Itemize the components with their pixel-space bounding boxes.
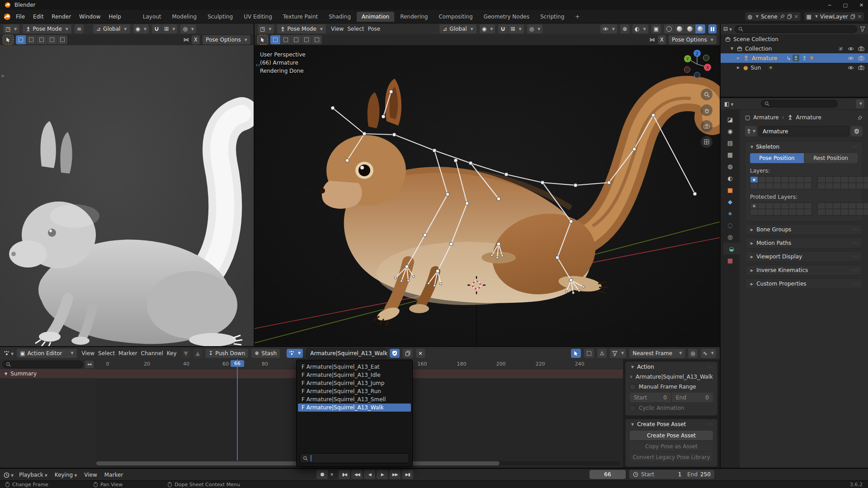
workspace-tab[interactable]: UV Editing xyxy=(239,12,277,22)
layer-cell[interactable] xyxy=(750,177,758,183)
x-mirror-icon[interactable]: ⋈ xyxy=(184,37,189,43)
editor-type-icon[interactable]: ▼ xyxy=(4,350,14,357)
view-layer-selector[interactable]: ▦▼ ViewLayer xyxy=(804,12,864,21)
panel-grip[interactable]: ∷∷ xyxy=(853,254,859,259)
layer-cell[interactable] xyxy=(864,209,868,215)
layer-cell[interactable] xyxy=(849,203,856,209)
filter-button[interactable]: ▼ xyxy=(610,349,626,358)
transport-button[interactable]: ◀◀ xyxy=(351,470,363,479)
panel-grip[interactable]: ∷∷ xyxy=(707,422,713,427)
transport-button[interactable]: ▮◀ xyxy=(339,470,350,479)
pause-render-button[interactable] xyxy=(708,24,717,33)
pose-options-dropdown[interactable]: Pose Options▼ xyxy=(203,35,250,44)
move-channel-up-button[interactable]: ▲ xyxy=(193,349,202,358)
layer-cell[interactable] xyxy=(841,177,848,183)
layer-cell[interactable] xyxy=(789,183,796,189)
layer-cell[interactable] xyxy=(826,203,833,209)
push-down-button[interactable]: ↧ Push Down xyxy=(205,349,248,358)
snap-settings[interactable]: ⊞▼ xyxy=(162,24,177,33)
pose-asset-button[interactable]: Create Pose Asset xyxy=(630,431,713,440)
manual-frame-range-row[interactable]: Manual Frame Range xyxy=(626,382,717,392)
action-popup-item[interactable]: F Armature|Squirrel_A13_Idle xyxy=(298,371,411,379)
layer-cell[interactable] xyxy=(781,203,788,209)
maximize-icon[interactable]: ▢ xyxy=(843,2,847,8)
layer-cell[interactable] xyxy=(750,183,758,189)
only-selected-toggle[interactable] xyxy=(571,349,581,358)
close-icon[interactable]: ✕ xyxy=(859,2,863,8)
proportional-edit-toggle[interactable]: ◎ xyxy=(688,349,697,358)
properties-tab[interactable]: ◪ xyxy=(721,113,740,125)
properties-tab[interactable]: ▦ xyxy=(721,149,740,160)
properties-search-input[interactable] xyxy=(761,100,838,108)
action-panel-header[interactable]: ▼ Action ∷∷ xyxy=(626,362,717,372)
editor-mode-selector[interactable]: ▣ Action Editor▼ xyxy=(17,349,76,358)
visibility-dropdown[interactable]: ▼ xyxy=(600,24,617,33)
expand-collapse-icon[interactable]: ↔ xyxy=(85,361,94,368)
pose-asset-button[interactable]: Convert Legacy Pose Library xyxy=(630,452,713,462)
viewport-menu-item[interactable]: View xyxy=(329,26,345,32)
gizmos-toggle[interactable]: ⊕ xyxy=(620,24,629,33)
gizmo-negative-z[interactable] xyxy=(694,72,700,78)
layer-cell[interactable] xyxy=(774,177,781,183)
pose-position-button[interactable]: Pose Position xyxy=(750,153,804,163)
action-name-field[interactable]: Armature|Squirrel_A13_Walk xyxy=(306,348,387,358)
layer-cell[interactable] xyxy=(833,203,840,209)
render-visibility-icon[interactable] xyxy=(858,65,864,70)
layer-cell[interactable] xyxy=(856,183,863,189)
layer-cell[interactable] xyxy=(856,203,863,209)
close-icon[interactable] xyxy=(794,14,798,19)
menu-item[interactable]: Window xyxy=(75,12,104,21)
layer-cell[interactable] xyxy=(826,177,833,183)
workspace-tab[interactable]: Rendering xyxy=(395,12,433,22)
layer-cell[interactable] xyxy=(781,177,788,183)
panel-grip[interactable]: ∷∷ xyxy=(853,241,859,245)
disclosure-collapsed-icon[interactable]: ▶ xyxy=(736,56,741,60)
layer-cell[interactable] xyxy=(789,177,796,183)
keying-menu[interactable]: Keying▼ xyxy=(53,472,79,478)
layer-cell[interactable] xyxy=(826,209,833,215)
editor-type-icon[interactable]: ◧▼ xyxy=(724,101,734,107)
layer-cell[interactable] xyxy=(841,209,848,215)
layer-cell[interactable] xyxy=(789,209,796,215)
overlays-toggle[interactable]: ◐▼ xyxy=(632,24,648,33)
disclosure-expanded-icon[interactable]: ▼ xyxy=(5,372,7,376)
shading-wireframe-button[interactable] xyxy=(664,24,675,33)
layer-cell[interactable] xyxy=(826,183,833,189)
menu-item[interactable]: Render xyxy=(47,12,75,21)
panel-grip[interactable]: ∷∷ xyxy=(707,365,713,369)
layer-cell[interactable] xyxy=(856,177,863,183)
popup-search-field[interactable] xyxy=(300,453,409,463)
ortho-toggle-icon[interactable] xyxy=(701,136,712,148)
snap-mode-dropdown[interactable]: Nearest Frame▼ xyxy=(629,349,685,358)
action-popup-item[interactable]: F Armature|Squirrel_A13_Smell xyxy=(298,395,411,404)
select-box-button[interactable] xyxy=(16,35,26,44)
transform-orientation[interactable]: ⊿ Global▼ xyxy=(439,24,476,33)
toolbar-expand-icon[interactable]: » xyxy=(1,72,5,79)
sidebar-expand-icon[interactable]: ‹› xyxy=(255,61,260,68)
mode-selector[interactable]: Pose Mode▼ xyxy=(23,24,71,33)
record-button[interactable] xyxy=(316,470,328,479)
properties-tab[interactable]: ◐ xyxy=(721,172,740,184)
panel-grip[interactable]: ∷∷ xyxy=(853,227,859,232)
properties-tab[interactable]: ◍ xyxy=(721,160,740,172)
properties-options-button[interactable]: ▼ xyxy=(856,99,864,108)
new-action-button[interactable] xyxy=(403,349,413,358)
show-hidden-toggle[interactable] xyxy=(584,349,594,358)
layer-cell[interactable] xyxy=(864,183,868,189)
layer-cell[interactable] xyxy=(797,183,804,189)
editor-type-icon[interactable]: ▼ xyxy=(4,472,14,478)
layer-cell[interactable] xyxy=(774,183,781,189)
browse-action-button[interactable]: ▼ xyxy=(287,349,303,358)
blender-app-icon[interactable] xyxy=(4,13,11,20)
collection-checkbox[interactable]: ✓ xyxy=(838,46,844,52)
end-frame-field[interactable]: End0 xyxy=(672,393,713,402)
cyclic-animation-checkbox[interactable] xyxy=(630,405,636,411)
layer-cell[interactable] xyxy=(818,203,825,209)
pivot-point-button[interactable]: ◉▼ xyxy=(133,24,149,33)
action-datablock-row[interactable]: Armature|Squirrel_A13_Walk xyxy=(626,372,717,382)
outliner-search-input[interactable] xyxy=(735,25,857,33)
transport-button[interactable]: ▶ xyxy=(377,470,388,479)
properties-tab[interactable]: ◉ xyxy=(721,125,740,137)
hide-eye-icon[interactable] xyxy=(848,56,854,61)
action-popup-item[interactable]: F Armature|Squirrel_A13_Run xyxy=(298,387,411,395)
